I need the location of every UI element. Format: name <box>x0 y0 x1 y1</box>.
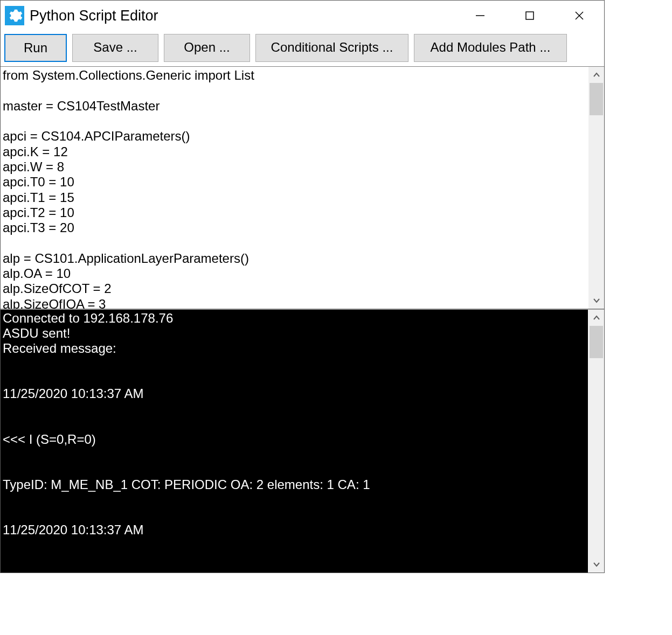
window-title: Python Script Editor <box>30 8 158 24</box>
chevron-down-icon[interactable] <box>588 556 604 573</box>
svg-rect-1 <box>526 12 534 19</box>
chevron-up-icon[interactable] <box>588 310 604 326</box>
conditional-scripts-button[interactable]: Conditional Scripts ... <box>255 34 408 62</box>
editor-scrollbar[interactable] <box>588 67 604 309</box>
close-button[interactable] <box>555 1 604 31</box>
console-pane: Connected to 192.168.178.76 ASDU sent! R… <box>1 309 604 573</box>
scrollbar-thumb[interactable] <box>590 83 603 115</box>
window-controls <box>455 1 604 31</box>
console-output[interactable]: Connected to 192.168.178.76 ASDU sent! R… <box>1 310 588 573</box>
maximize-icon <box>525 11 535 20</box>
scrollbar-thumb[interactable] <box>590 326 603 358</box>
maximize-button[interactable] <box>505 1 555 31</box>
python-script-editor-window: Python Script Editor Run Save ... Open .… <box>0 0 605 573</box>
scrollbar-track[interactable] <box>588 326 604 556</box>
save-button[interactable]: Save ... <box>72 34 158 62</box>
panes: from System.Collections.Generic import L… <box>1 67 604 573</box>
chevron-up-icon[interactable] <box>588 67 604 83</box>
editor-pane: from System.Collections.Generic import L… <box>1 67 604 309</box>
minimize-icon <box>475 11 485 20</box>
titlebar[interactable]: Python Script Editor <box>1 1 604 31</box>
run-button[interactable]: Run <box>4 34 67 62</box>
console-scrollbar[interactable] <box>588 310 604 573</box>
minimize-button[interactable] <box>455 1 505 31</box>
close-icon <box>574 10 585 21</box>
scrollbar-track[interactable] <box>588 83 604 292</box>
open-button[interactable]: Open ... <box>164 34 250 62</box>
gear-icon <box>5 6 24 25</box>
code-editor[interactable]: from System.Collections.Generic import L… <box>1 67 588 309</box>
add-modules-path-button[interactable]: Add Modules Path ... <box>414 34 567 62</box>
toolbar: Run Save ... Open ... Conditional Script… <box>1 31 604 67</box>
chevron-down-icon[interactable] <box>588 292 604 309</box>
